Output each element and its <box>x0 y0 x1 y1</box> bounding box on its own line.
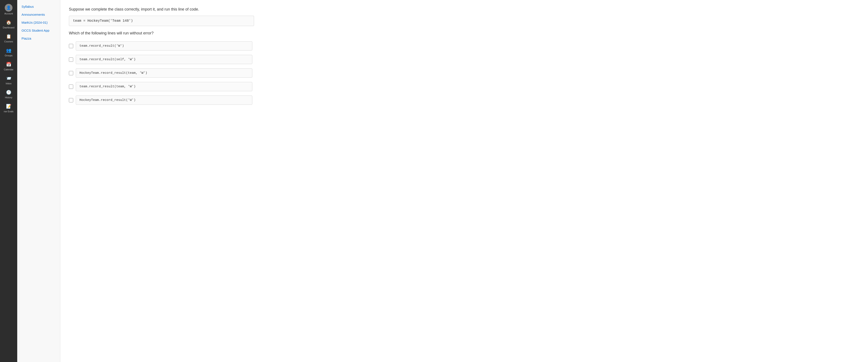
inbox-icon: 📨 <box>5 75 12 81</box>
history-icon: 🕐 <box>5 89 12 96</box>
answer-option-3: HockeyTeam.record_result(team, 'W') <box>69 68 859 78</box>
courses-icon: 📋 <box>5 33 12 40</box>
answer-checkbox-4[interactable] <box>69 85 73 89</box>
sidebar-link-occs[interactable]: OCCS Student App <box>17 27 60 34</box>
sidebar-item-groups[interactable]: 👥 Groups <box>0 45 17 59</box>
answer-code-2: team.record_result(self, 'W') <box>76 55 252 64</box>
sidebar-link-announcements[interactable]: Announcements <box>17 10 60 19</box>
answer-code-3: HockeyTeam.record_result(team, 'W') <box>76 68 252 78</box>
sidebar-item-account-label: Account <box>4 12 13 15</box>
answer-option-5: HockeyTeam.record_result('W') <box>69 96 859 105</box>
account-avatar: 👤 <box>5 4 12 11</box>
sidebar-item-course-evals[interactable]: 📝 rse Evals <box>0 101 17 115</box>
calendar-icon: 📅 <box>5 61 12 68</box>
groups-icon: 👥 <box>5 47 12 54</box>
sub-question: Which of the following lines will run wi… <box>69 30 859 36</box>
sidebar-item-groups-label: Groups <box>5 54 12 57</box>
sidebar-item-calendar-label: Calendar <box>4 68 13 71</box>
sidebar-icons: 👤 Account 🏠 Dashboard 📋 Courses 👥 Groups… <box>0 0 17 362</box>
sidebar-item-account[interactable]: 👤 Account <box>0 2 17 17</box>
answer-code-4: team.record_result(team, 'W') <box>76 82 252 91</box>
answer-checkbox-3[interactable] <box>69 71 73 75</box>
sidebar-item-history[interactable]: 🕐 History <box>0 87 17 101</box>
sidebar-item-courses-label: Courses <box>4 40 13 43</box>
sidebar-item-course-evals-label: rse Evals <box>4 110 13 113</box>
answer-code-5: HockeyTeam.record_result('W') <box>76 96 252 105</box>
sidebar-links: Syllabus Announcements MarkUs (2024-01) … <box>17 0 60 362</box>
sidebar-item-history-label: History <box>5 96 12 99</box>
answer-option-2: team.record_result(self, 'W') <box>69 55 859 64</box>
sidebar-item-inbox[interactable]: 📨 Inbox <box>0 73 17 87</box>
sidebar-item-inbox-label: Inbox <box>6 82 11 85</box>
answer-option-4: team.record_result(team, 'W') <box>69 82 859 91</box>
sidebar-link-markus[interactable]: MarkUs (2024-01) <box>17 19 60 27</box>
sidebar-item-dashboard[interactable]: 🏠 Dashboard <box>0 17 17 31</box>
main-content: Suppose we complete the class correctly,… <box>60 0 868 362</box>
question-text: Suppose we complete the class correctly,… <box>69 6 859 12</box>
answer-checkbox-5[interactable] <box>69 98 73 102</box>
course-evals-icon: 📝 <box>5 103 12 109</box>
answer-checkbox-2[interactable] <box>69 58 73 62</box>
answer-checkbox-1[interactable] <box>69 44 73 48</box>
code-example: team = HockeyTeam('Team 148') <box>69 16 254 26</box>
sidebar-link-piazza[interactable]: Piazza <box>17 34 60 42</box>
sidebar-item-courses[interactable]: 📋 Courses <box>0 31 17 45</box>
sidebar-item-calendar[interactable]: 📅 Calendar <box>0 59 17 73</box>
answer-code-1: team.record_result('W') <box>76 41 252 51</box>
sidebar-link-syllabus[interactable]: Syllabus <box>17 3 60 10</box>
dashboard-icon: 🏠 <box>5 19 12 26</box>
sidebar-item-dashboard-label: Dashboard <box>3 26 14 29</box>
answer-option-1: team.record_result('W') <box>69 41 859 51</box>
